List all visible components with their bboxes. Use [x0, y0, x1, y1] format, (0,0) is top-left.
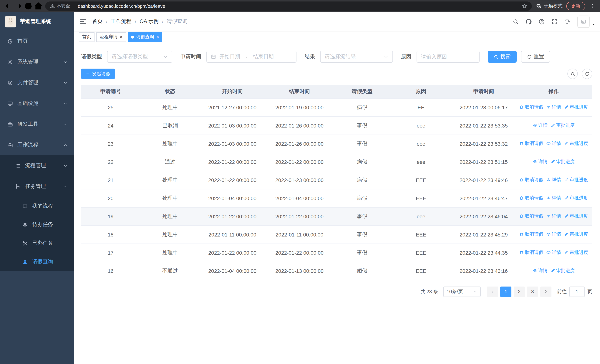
avatar[interactable]: [577, 15, 590, 28]
detail-link[interactable]: 详情: [546, 104, 561, 111]
detail-link[interactable]: 详情: [533, 159, 548, 165]
update-button[interactable]: 更新: [566, 2, 585, 10]
cell-start-time: 2022-01-04 00:00:00: [200, 189, 265, 207]
sidebar-item-label: 已办任务: [32, 240, 53, 246]
cancel-leave-link[interactable]: 取消请假: [519, 250, 543, 256]
logo[interactable]: 芋道管理系统: [0, 12, 74, 31]
infrastructure-icon: [7, 101, 13, 106]
cancel-leave-link[interactable]: 取消请假: [519, 231, 543, 238]
cancel-leave-link[interactable]: 取消请假: [519, 195, 543, 201]
approval-progress-link[interactable]: 审批进度: [551, 122, 575, 129]
filter-form: 请假类型 请选择请假类型 申请时间 开始日期 - 结束日期: [81, 51, 592, 63]
close-icon[interactable]: ×: [156, 35, 159, 39]
tab-home[interactable]: 首页: [79, 32, 94, 42]
cell-apply-time: 2022-01-22 23:46:47: [452, 189, 515, 207]
approval-progress-link[interactable]: 审批进度: [551, 268, 575, 274]
detail-link[interactable]: 详情: [546, 195, 561, 201]
trash-icon: [519, 250, 524, 255]
sidebar-item-done-task[interactable]: 已办任务: [0, 234, 74, 252]
cancel-leave-link[interactable]: 取消请假: [519, 213, 543, 219]
approval-progress-link[interactable]: 审批进度: [564, 104, 588, 111]
eye-icon: [533, 123, 537, 128]
approval-progress-link[interactable]: 审批进度: [564, 140, 588, 147]
next-page-button[interactable]: [540, 286, 552, 297]
sidebar-item-my-process[interactable]: 我的流程: [0, 197, 74, 215]
fullscreen-icon[interactable]: [548, 12, 561, 31]
search-button[interactable]: 搜索: [488, 51, 517, 63]
sidebar-item-system[interactable]: 系统管理: [0, 52, 74, 72]
toggle-search-button[interactable]: [567, 69, 578, 79]
detail-link[interactable]: 详情: [546, 250, 561, 256]
refresh-table-button[interactable]: [582, 69, 592, 79]
sidebar-item-label: 首页: [18, 38, 28, 45]
page-size-select[interactable]: 10条/页: [443, 286, 481, 297]
detail-link[interactable]: 详情: [546, 213, 561, 219]
avatar-caret-down-icon[interactable]: [592, 23, 596, 26]
chevron-up-icon: [63, 184, 67, 188]
breadcrumb-item[interactable]: 首页: [92, 18, 103, 25]
sidebar-item-workflow[interactable]: 工作流程: [0, 135, 74, 155]
sidebar-item-home[interactable]: 首页: [0, 31, 74, 52]
prev-page-button[interactable]: [487, 286, 498, 297]
result-select[interactable]: 请选择流结果: [320, 51, 393, 63]
back-icon[interactable]: [3, 1, 13, 11]
leave-type-placeholder: 请选择请假类型: [112, 53, 148, 60]
address-bar[interactable]: 不安全 dashboard.yudao.iocoder.cn/bpm/oa/le…: [45, 1, 532, 11]
page-button-1[interactable]: 1: [500, 286, 511, 297]
page-button-3[interactable]: 3: [527, 286, 538, 297]
cancel-leave-link[interactable]: 取消请假: [519, 104, 543, 111]
approval-progress-link[interactable]: 审批进度: [564, 231, 588, 238]
kebab-menu-icon[interactable]: [589, 3, 597, 9]
column-header: 操作: [515, 85, 592, 98]
sidebar-item-infrastructure[interactable]: 基础设施: [0, 93, 74, 114]
github-icon[interactable]: [522, 12, 535, 31]
apply-time-range-picker[interactable]: 开始日期 - 结束日期: [206, 51, 297, 63]
sidebar-item-task-management[interactable]: 任务管理: [0, 176, 74, 197]
breadcrumb-item[interactable]: 工作流程: [111, 18, 131, 25]
leave-type-select[interactable]: 请选择请假类型: [107, 51, 172, 63]
sidebar-item-leave-query[interactable]: 请假查询: [0, 252, 74, 271]
detail-link[interactable]: 详情: [533, 268, 548, 274]
close-icon[interactable]: ×: [120, 35, 122, 39]
create-leave-button[interactable]: 发起请假: [81, 69, 115, 79]
approval-progress-link[interactable]: 审批进度: [564, 250, 588, 256]
approval-progress-link[interactable]: 审批进度: [564, 213, 588, 219]
cell-apply-time: 2022-01-22 23:45:29: [452, 225, 515, 243]
approval-progress-link[interactable]: 审批进度: [564, 195, 588, 201]
reason-input[interactable]: [421, 54, 475, 60]
cell-actions: 取消请假详情审批进度: [515, 98, 592, 116]
search-icon[interactable]: [509, 12, 522, 31]
tab-leave-query[interactable]: 请假查询×: [128, 32, 162, 42]
home-icon[interactable]: [33, 1, 43, 11]
bookmark-star-icon[interactable]: [519, 3, 530, 9]
approval-progress-link[interactable]: 审批进度: [564, 177, 588, 183]
reset-button[interactable]: 重置: [521, 51, 550, 63]
approval-progress-link[interactable]: 审批进度: [551, 159, 575, 165]
end-date-placeholder: 结束日期: [253, 53, 274, 60]
page-button-2[interactable]: 2: [514, 286, 525, 297]
help-icon[interactable]: [535, 12, 548, 31]
detail-link[interactable]: 详情: [533, 122, 548, 129]
cell-end-time: 2022-01-11 00:00:00: [265, 225, 334, 243]
detail-link[interactable]: 详情: [546, 177, 561, 183]
sidebar-item-payment[interactable]: 支付管理: [0, 72, 74, 93]
cancel-leave-link[interactable]: 取消请假: [519, 177, 543, 183]
detail-link[interactable]: 详情: [546, 231, 561, 238]
cancel-leave-link[interactable]: 取消请假: [519, 140, 543, 147]
sidebar-toggle-icon[interactable]: [74, 12, 92, 31]
detail-link[interactable]: 详情: [546, 140, 561, 147]
cell-id: 20: [81, 189, 140, 207]
forward-icon[interactable]: [13, 1, 23, 11]
security-indicator[interactable]: 不安全: [50, 3, 74, 9]
font-size-icon[interactable]: [561, 12, 574, 31]
tools-icon: [7, 121, 13, 127]
sidebar-item-process-management[interactable]: 流程管理: [0, 155, 74, 176]
sidebar-item-devtools[interactable]: 研发工具: [0, 114, 74, 135]
result-label: 结果: [305, 53, 315, 60]
reload-icon[interactable]: [23, 1, 33, 11]
sidebar-item-todo-task[interactable]: 待办任务: [0, 215, 74, 234]
tab-process-detail[interactable]: 流程详情×: [96, 32, 126, 42]
tab-label: 流程详情: [100, 34, 117, 40]
breadcrumb-item[interactable]: OA 示例: [140, 18, 159, 25]
jump-page-input[interactable]: [569, 286, 585, 297]
